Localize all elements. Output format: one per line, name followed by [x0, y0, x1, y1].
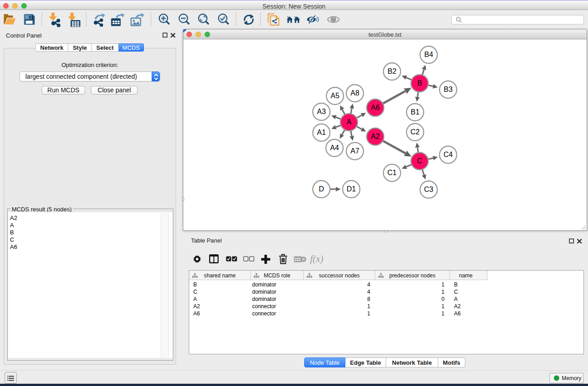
svg-text:A4: A4: [330, 144, 339, 152]
svg-text:B2: B2: [387, 67, 397, 75]
svg-text:C2: C2: [411, 128, 420, 136]
svg-text:D: D: [319, 185, 324, 193]
svg-text:C3: C3: [424, 186, 434, 193]
svg-text:A1: A1: [317, 129, 326, 136]
svg-text:C1: C1: [387, 169, 397, 176]
svg-text:A8: A8: [350, 89, 359, 97]
svg-text:A2: A2: [371, 133, 380, 140]
svg-text:C: C: [417, 157, 422, 165]
svg-text:B3: B3: [444, 86, 453, 93]
svg-text:A: A: [347, 118, 352, 126]
svg-text:D1: D1: [347, 185, 356, 193]
svg-text:C4: C4: [444, 151, 453, 158]
svg-text:A5: A5: [330, 92, 339, 100]
svg-text:A6: A6: [371, 104, 380, 111]
svg-text:A3: A3: [317, 108, 326, 115]
svg-text:B4: B4: [424, 51, 433, 58]
svg-text:B1: B1: [411, 108, 420, 116]
svg-text:A7: A7: [350, 147, 359, 155]
svg-text:B: B: [417, 79, 422, 87]
